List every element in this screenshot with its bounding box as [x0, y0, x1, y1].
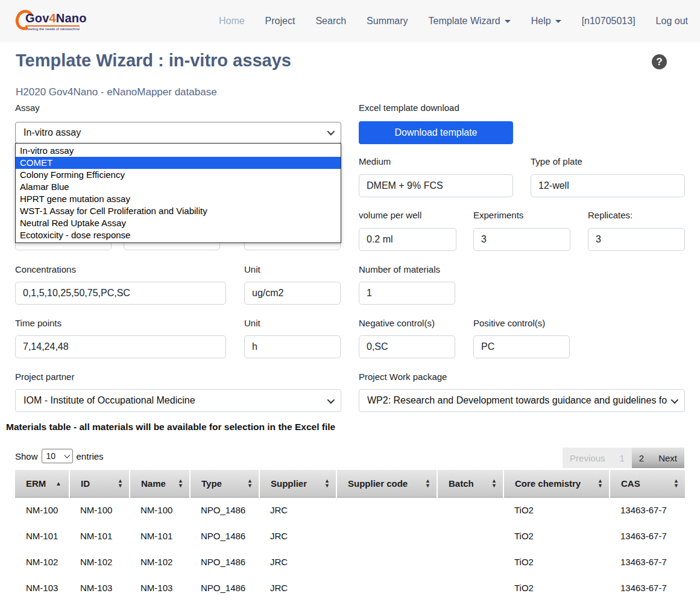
assay-select[interactable]: In-vitro assay [15, 122, 341, 144]
partner-select[interactable]: IOM - Institute of Occupational Medicine [15, 389, 341, 412]
nav-search[interactable]: Search [315, 16, 346, 27]
experiments-input[interactable] [473, 228, 570, 251]
assay-option[interactable]: Ecotoxicity - dose response [16, 229, 341, 241]
navbar: Gov4Nano meeting the needs of nanotechno… [0, 0, 700, 42]
table-row[interactable]: NM-102NM-102NM-102NPO_1486JRCTiO213463-6… [15, 549, 685, 575]
nav-summary[interactable]: Summary [367, 16, 408, 27]
sort-icon: ▲▼ [324, 478, 330, 488]
pagination-next[interactable]: Next [651, 448, 684, 468]
pagination: Previous 1 2 Next [563, 448, 684, 468]
pagination-previous[interactable]: Previous [563, 448, 612, 468]
col-header-supplier-code[interactable]: Supplier code▲▼ [336, 470, 437, 497]
materials-count-input[interactable] [359, 282, 455, 305]
col-header-batch[interactable]: Batch▲▼ [437, 470, 503, 497]
conc-unit-label: Unit [244, 264, 260, 274]
sort-icon: ▲▼ [425, 478, 430, 488]
nav-template-wizard[interactable]: Template Wizard [429, 16, 511, 27]
logo-tagline: meeting the needs of nanotechnology [25, 25, 80, 31]
chevron-down-icon [64, 452, 70, 458]
work-package-select[interactable]: WP2: Research and Development towards gu… [359, 389, 685, 412]
show-entries-control: Show 10 entries [15, 449, 104, 463]
main-nav: Home Project Search Summary Template Wiz… [219, 16, 688, 27]
sort-icon: ▲▼ [118, 478, 123, 488]
excel-download-label: Excel template download [359, 103, 459, 113]
page: Gov4Nano meeting the needs of nanotechno… [0, 0, 700, 602]
replicates-input[interactable] [588, 228, 685, 251]
time-points-input[interactable] [15, 335, 226, 358]
assay-option[interactable]: WST-1 Assay for Cell Proliferation and V… [16, 205, 341, 217]
time-points-label: Time points [15, 318, 61, 328]
database-subtitle: H2020 Gov4Nano - eNanoMapper database [16, 86, 217, 98]
pos-control-label: Positive control(s) [473, 318, 545, 328]
plate-input[interactable] [531, 174, 685, 197]
volume-input[interactable] [359, 228, 456, 251]
nav-help[interactable]: Help [531, 16, 561, 27]
assay-dropdown-list: In-vitro assay COMET Colony Forming Effi… [15, 143, 341, 243]
sort-icon: ▲▼ [598, 478, 603, 488]
col-header-cas[interactable]: CAS▲▼ [610, 470, 685, 497]
show-label: Show [15, 451, 38, 461]
time-unit-label: Unit [244, 318, 260, 328]
chevron-down-icon [327, 128, 335, 136]
entries-label: entries [77, 451, 104, 461]
partner-label: Project partner [15, 372, 74, 382]
col-header-erm[interactable]: ERM▲ [15, 470, 69, 497]
table-header-row: ERM▲ ID▲▼ Name▲▼ Type▲▼ Supplier▲▼ Suppl… [15, 470, 685, 497]
assay-option-highlighted[interactable]: COMET [16, 157, 341, 169]
pagination-page-1[interactable]: 1 [612, 448, 631, 468]
assay-option[interactable]: In-vitro assay [16, 145, 341, 157]
nav-home[interactable]: Home [219, 16, 245, 27]
chevron-down-icon [327, 396, 335, 404]
materials-count-label: Number of materials [359, 264, 440, 274]
replicates-label: Replicates: [588, 210, 632, 220]
assay-label: Assay [15, 103, 40, 113]
pos-control-input[interactable] [473, 335, 570, 358]
medium-input[interactable] [359, 174, 513, 197]
col-header-type[interactable]: Type▲▼ [190, 470, 259, 497]
concentrations-input[interactable] [15, 282, 226, 305]
col-header-supplier[interactable]: Supplier▲▼ [259, 470, 336, 497]
nav-logout[interactable]: Log out [656, 16, 688, 27]
plate-label: Type of plate [531, 156, 582, 166]
sort-icon: ▲▼ [491, 478, 497, 488]
page-title: Template Wizard : in-vitro assays [16, 51, 291, 71]
col-header-core-chemistry[interactable]: Core chemistry▲▼ [503, 470, 610, 497]
assay-option[interactable]: Colony Forming Efficiency [16, 169, 341, 181]
sort-icon: ▲▼ [673, 478, 679, 488]
concentrations-label: Concentrations [15, 264, 76, 274]
sort-asc-icon: ▲ [55, 480, 61, 487]
work-package-label: Project Work package [359, 372, 447, 382]
assay-option[interactable]: Alamar Blue [16, 181, 341, 193]
chevron-down-icon [505, 20, 511, 23]
chevron-down-icon [671, 396, 679, 404]
materials-table-heading: Materials table - all materials will be … [6, 422, 335, 432]
help-icon[interactable]: ? [652, 54, 667, 69]
materials-table: ERM▲ ID▲▼ Name▲▼ Type▲▼ Supplier▲▼ Suppl… [15, 470, 685, 601]
page-size-select[interactable]: 10 [42, 449, 73, 463]
sort-icon: ▲▼ [247, 478, 253, 488]
nav-username[interactable]: [n10705013] [582, 16, 635, 27]
table-row[interactable]: NM-103NM-103NM-103NPO_1486JRCTiO213463-6… [15, 575, 685, 601]
nav-project[interactable]: Project [265, 16, 295, 27]
pagination-page-2-current[interactable]: 2 [632, 448, 651, 468]
download-template-button[interactable]: Download template [359, 121, 513, 144]
table-row[interactable]: NM-100NM-100NM-100NPO_1486JRCTiO213463-6… [15, 497, 685, 523]
volume-label: volume per well [359, 210, 421, 220]
neg-control-input[interactable] [359, 335, 455, 358]
neg-control-label: Negative control(s) [359, 318, 435, 328]
logo-text: Gov4Nano [25, 12, 87, 24]
time-unit-input[interactable] [244, 335, 341, 358]
medium-label: Medium [359, 156, 391, 166]
col-header-name[interactable]: Name▲▼ [130, 470, 190, 497]
experiments-label: Experiments [473, 210, 523, 220]
conc-unit-input[interactable] [244, 282, 341, 305]
table-row[interactable]: NM-101NM-101NM-101NPO_1486JRCTiO213463-6… [15, 523, 685, 549]
gov4nano-logo[interactable]: Gov4Nano meeting the needs of nanotechno… [17, 12, 87, 31]
chevron-down-icon [555, 20, 561, 23]
assay-option[interactable]: HPRT gene mutation assay [16, 193, 341, 205]
col-header-id[interactable]: ID▲▼ [69, 470, 130, 497]
assay-option[interactable]: Neutral Red Uptake Assay [16, 217, 341, 229]
sort-icon: ▲▼ [178, 478, 183, 488]
